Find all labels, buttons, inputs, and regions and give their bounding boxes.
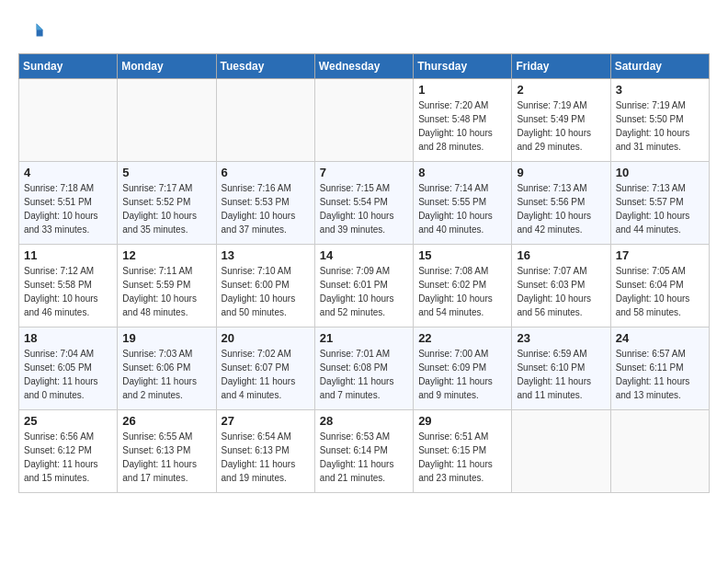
day-info: Sunrise: 7:09 AM Sunset: 6:01 PM Dayligh… — [320, 264, 408, 319]
day-number: 16 — [517, 248, 605, 262]
day-number: 22 — [418, 331, 506, 345]
day-info: Sunrise: 7:20 AM Sunset: 5:48 PM Dayligh… — [418, 98, 506, 154]
calendar-cell — [216, 79, 314, 162]
page-header — [18, 18, 710, 44]
day-number: 13 — [222, 248, 310, 262]
calendar-cell: 27Sunrise: 6:54 AM Sunset: 6:13 PM Dayli… — [216, 410, 314, 493]
calendar-cell: 6Sunrise: 7:16 AM Sunset: 5:53 PM Daylig… — [216, 162, 314, 245]
day-info: Sunrise: 6:56 AM Sunset: 6:12 PM Dayligh… — [24, 430, 112, 485]
calendar-cell — [19, 79, 118, 162]
day-number: 6 — [222, 166, 310, 179]
day-number: 7 — [320, 166, 408, 179]
calendar-cell — [314, 79, 413, 162]
day-info: Sunrise: 7:10 AM Sunset: 6:00 PM Dayligh… — [222, 264, 310, 319]
weekday-header-row: SundayMondayTuesdayWednesdayThursdayFrid… — [19, 54, 710, 79]
logo-icon — [18, 18, 44, 44]
calendar-cell: 19Sunrise: 7:03 AM Sunset: 6:06 PM Dayli… — [118, 327, 216, 410]
calendar-cell — [118, 79, 216, 162]
day-info: Sunrise: 6:59 AM Sunset: 6:10 PM Dayligh… — [517, 347, 605, 402]
day-number: 9 — [517, 166, 605, 179]
calendar-cell: 7Sunrise: 7:15 AM Sunset: 5:54 PM Daylig… — [314, 162, 413, 245]
day-info: Sunrise: 7:03 AM Sunset: 6:06 PM Dayligh… — [122, 347, 210, 402]
day-number: 28 — [320, 414, 408, 428]
day-info: Sunrise: 6:57 AM Sunset: 6:11 PM Dayligh… — [616, 347, 704, 402]
day-number: 10 — [616, 166, 704, 179]
calendar-table: SundayMondayTuesdayWednesdayThursdayFrid… — [18, 53, 710, 493]
day-info: Sunrise: 7:11 AM Sunset: 5:59 PM Dayligh… — [122, 264, 210, 319]
day-info: Sunrise: 7:12 AM Sunset: 5:58 PM Dayligh… — [24, 264, 112, 319]
day-number: 8 — [418, 166, 506, 179]
logo — [18, 18, 48, 44]
calendar-cell — [512, 410, 610, 493]
day-info: Sunrise: 7:01 AM Sunset: 6:08 PM Dayligh… — [320, 347, 408, 402]
day-info: Sunrise: 7:16 AM Sunset: 5:53 PM Dayligh… — [222, 181, 310, 236]
calendar-cell: 2Sunrise: 7:19 AM Sunset: 5:49 PM Daylig… — [512, 79, 610, 162]
day-info: Sunrise: 7:02 AM Sunset: 6:07 PM Dayligh… — [222, 347, 310, 402]
day-info: Sunrise: 7:19 AM Sunset: 5:49 PM Dayligh… — [517, 98, 605, 154]
calendar-cell: 5Sunrise: 7:17 AM Sunset: 5:52 PM Daylig… — [118, 162, 216, 245]
day-number: 14 — [320, 248, 408, 262]
week-row-3: 11Sunrise: 7:12 AM Sunset: 5:58 PM Dayli… — [19, 245, 710, 327]
day-number: 19 — [122, 331, 210, 345]
day-number: 12 — [122, 248, 210, 262]
day-info: Sunrise: 7:04 AM Sunset: 6:05 PM Dayligh… — [24, 347, 112, 402]
day-number: 4 — [24, 166, 112, 179]
day-info: Sunrise: 7:17 AM Sunset: 5:52 PM Dayligh… — [122, 181, 210, 236]
day-info: Sunrise: 6:54 AM Sunset: 6:13 PM Dayligh… — [222, 430, 310, 485]
day-number: 23 — [517, 331, 605, 345]
day-number: 26 — [122, 414, 210, 428]
calendar-cell: 11Sunrise: 7:12 AM Sunset: 5:58 PM Dayli… — [19, 245, 118, 327]
day-info: Sunrise: 7:00 AM Sunset: 6:09 PM Dayligh… — [418, 347, 506, 402]
week-row-1: 1Sunrise: 7:20 AM Sunset: 5:48 PM Daylig… — [19, 79, 710, 162]
day-info: Sunrise: 7:18 AM Sunset: 5:51 PM Dayligh… — [24, 181, 112, 236]
day-info: Sunrise: 7:08 AM Sunset: 6:02 PM Dayligh… — [418, 264, 506, 319]
day-number: 25 — [24, 414, 112, 428]
day-number: 15 — [418, 248, 506, 262]
day-number: 24 — [616, 331, 704, 345]
calendar-cell: 8Sunrise: 7:14 AM Sunset: 5:55 PM Daylig… — [414, 162, 512, 245]
weekday-header-monday: Monday — [118, 54, 216, 79]
calendar-cell: 25Sunrise: 6:56 AM Sunset: 6:12 PM Dayli… — [19, 410, 118, 493]
day-number: 5 — [122, 166, 210, 179]
day-number: 3 — [616, 83, 704, 97]
day-number: 1 — [418, 83, 506, 97]
day-info: Sunrise: 7:14 AM Sunset: 5:55 PM Dayligh… — [418, 181, 506, 236]
calendar-cell — [610, 410, 709, 493]
day-number: 2 — [517, 83, 605, 97]
calendar-cell: 9Sunrise: 7:13 AM Sunset: 5:56 PM Daylig… — [512, 162, 610, 245]
day-number: 18 — [24, 331, 112, 345]
calendar-cell: 18Sunrise: 7:04 AM Sunset: 6:05 PM Dayli… — [19, 327, 118, 410]
day-info: Sunrise: 7:05 AM Sunset: 6:04 PM Dayligh… — [616, 264, 704, 319]
day-info: Sunrise: 7:07 AM Sunset: 6:03 PM Dayligh… — [517, 264, 605, 319]
weekday-header-saturday: Saturday — [610, 54, 709, 79]
day-number: 27 — [222, 414, 310, 428]
calendar-cell: 13Sunrise: 7:10 AM Sunset: 6:00 PM Dayli… — [216, 245, 314, 327]
calendar-cell: 1Sunrise: 7:20 AM Sunset: 5:48 PM Daylig… — [414, 79, 512, 162]
calendar-cell: 10Sunrise: 7:13 AM Sunset: 5:57 PM Dayli… — [610, 162, 709, 245]
day-info: Sunrise: 7:13 AM Sunset: 5:56 PM Dayligh… — [517, 181, 605, 236]
calendar-cell: 16Sunrise: 7:07 AM Sunset: 6:03 PM Dayli… — [512, 245, 610, 327]
day-number: 11 — [24, 248, 112, 262]
day-number: 21 — [320, 331, 408, 345]
calendar-cell: 29Sunrise: 6:51 AM Sunset: 6:15 PM Dayli… — [414, 410, 512, 493]
week-row-2: 4Sunrise: 7:18 AM Sunset: 5:51 PM Daylig… — [19, 162, 710, 245]
day-info: Sunrise: 7:15 AM Sunset: 5:54 PM Dayligh… — [320, 181, 408, 236]
calendar-cell: 15Sunrise: 7:08 AM Sunset: 6:02 PM Dayli… — [414, 245, 512, 327]
weekday-header-sunday: Sunday — [19, 54, 118, 79]
calendar-cell: 24Sunrise: 6:57 AM Sunset: 6:11 PM Dayli… — [610, 327, 709, 410]
day-number: 20 — [222, 331, 310, 345]
calendar-cell: 28Sunrise: 6:53 AM Sunset: 6:14 PM Dayli… — [314, 410, 413, 493]
calendar-cell: 26Sunrise: 6:55 AM Sunset: 6:13 PM Dayli… — [118, 410, 216, 493]
day-info: Sunrise: 6:55 AM Sunset: 6:13 PM Dayligh… — [122, 430, 210, 485]
weekday-header-thursday: Thursday — [414, 54, 512, 79]
weekday-header-friday: Friday — [512, 54, 610, 79]
calendar-cell: 4Sunrise: 7:18 AM Sunset: 5:51 PM Daylig… — [19, 162, 118, 245]
day-info: Sunrise: 6:53 AM Sunset: 6:14 PM Dayligh… — [320, 430, 408, 485]
day-info: Sunrise: 7:13 AM Sunset: 5:57 PM Dayligh… — [616, 181, 704, 236]
calendar-cell: 23Sunrise: 6:59 AM Sunset: 6:10 PM Dayli… — [512, 327, 610, 410]
calendar-cell: 21Sunrise: 7:01 AM Sunset: 6:08 PM Dayli… — [314, 327, 413, 410]
day-number: 17 — [616, 248, 704, 262]
calendar-cell: 22Sunrise: 7:00 AM Sunset: 6:09 PM Dayli… — [414, 327, 512, 410]
weekday-header-wednesday: Wednesday — [314, 54, 413, 79]
day-info: Sunrise: 7:19 AM Sunset: 5:50 PM Dayligh… — [616, 98, 704, 154]
